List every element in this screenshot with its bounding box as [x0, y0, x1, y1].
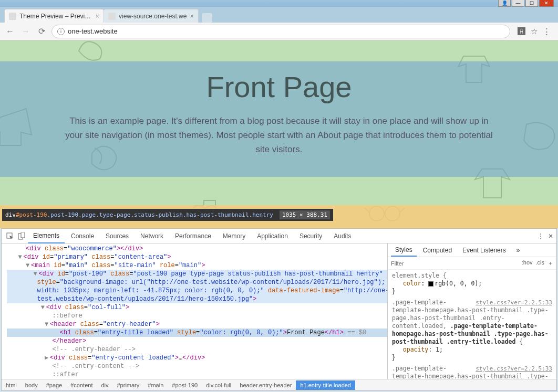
- side-tab-styles[interactable]: Styles: [391, 244, 417, 257]
- devtools-tab-audits[interactable]: Audits: [328, 229, 356, 243]
- tab-close-icon[interactable]: ×: [190, 12, 194, 20]
- elements-breadcrumb: html body #page #content div #primary #m…: [2, 379, 556, 390]
- favicon-icon: [108, 13, 116, 20]
- side-tab-more-icon[interactable]: »: [512, 245, 524, 256]
- breadcrumb-item[interactable]: #content: [66, 380, 97, 390]
- page-viewport: Front Page This is an example page. It's…: [0, 40, 558, 228]
- svg-rect-4: [21, 232, 25, 238]
- breadcrumb-item[interactable]: div: [97, 380, 112, 390]
- device-toggle-icon[interactable]: [16, 231, 27, 241]
- tooltip-dimensions: 1035 × 388.31: [280, 210, 330, 219]
- devtools-tab-console[interactable]: Console: [66, 229, 99, 243]
- devtools-tab-memory[interactable]: Memory: [218, 229, 251, 243]
- side-tab-computed[interactable]: Computed: [419, 245, 456, 256]
- devtools-tab-security[interactable]: Security: [294, 229, 327, 243]
- tab-title: Theme Preview – Preview: [19, 13, 92, 20]
- browser-tabstrip: Theme Preview – Preview × view-source:on…: [0, 7, 558, 23]
- devtools-close-icon[interactable]: ✕: [548, 232, 553, 240]
- inspect-element-icon[interactable]: [5, 231, 15, 241]
- cls-toggle[interactable]: .cls: [536, 259, 545, 267]
- side-tab-listeners[interactable]: Event Listeners: [458, 245, 510, 256]
- breadcrumb-item[interactable]: div.col-full: [202, 380, 235, 390]
- devtools-tab-sources[interactable]: Sources: [100, 229, 134, 243]
- devtools-menu-icon[interactable]: ⋮: [538, 232, 544, 240]
- element-tooltip: div#post-190.post-190.page.type-page.sta…: [2, 209, 333, 221]
- url-text: one-test.website: [68, 27, 118, 35]
- devtools-tabbar: Elements Console Sources Network Perform…: [2, 229, 556, 243]
- devtools-tab-elements[interactable]: Elements: [28, 229, 65, 243]
- styles-sidebar: Styles Computed Event Listeners » :hov .…: [387, 243, 556, 379]
- minimize-button[interactable]: —: [512, 0, 524, 7]
- close-button[interactable]: ✕: [539, 0, 554, 7]
- breadcrumb-item[interactable]: #post-190: [168, 380, 202, 390]
- browser-tab-active[interactable]: Theme Preview – Preview ×: [4, 9, 104, 23]
- devtools-tab-network[interactable]: Network: [135, 229, 169, 243]
- source-link[interactable]: style.css?ver=2.2.5:33: [476, 365, 552, 373]
- breadcrumb-item[interactable]: #primary: [113, 380, 144, 390]
- styles-pane[interactable]: element.style { color: rgb(0, 0, 0); } s…: [388, 270, 556, 379]
- add-rule-icon[interactable]: ＋: [547, 259, 553, 267]
- breadcrumb-item[interactable]: html: [2, 380, 21, 390]
- breadcrumb-item[interactable]: #main: [143, 380, 168, 390]
- window-titlebar: 👤 — ☐ ✕: [0, 0, 558, 7]
- breadcrumb-item-selected[interactable]: h1.entry-title.loaded: [296, 380, 355, 390]
- breadcrumb-item[interactable]: body: [21, 380, 42, 390]
- browser-toolbar: ← → ⟳ i one-test.website 🅰 ☆ ⋮: [0, 23, 558, 40]
- devtools-panel: Elements Console Sources Network Perform…: [1, 228, 557, 391]
- tab-close-icon[interactable]: ×: [95, 12, 99, 20]
- forward-button[interactable]: →: [20, 26, 32, 37]
- translate-icon[interactable]: 🅰: [518, 27, 525, 36]
- page-title: Front Page: [0, 70, 558, 104]
- devtools-tab-performance[interactable]: Performance: [170, 229, 216, 243]
- user-icon[interactable]: 👤: [498, 0, 511, 7]
- new-tab-button[interactable]: [202, 13, 212, 23]
- elements-tree[interactable]: <div class="woocommerce"></div> ▼<div id…: [2, 243, 387, 379]
- site-info-icon[interactable]: i: [57, 28, 65, 35]
- tab-title: view-source:one-test.we: [119, 13, 187, 20]
- breadcrumb-item[interactable]: #page: [42, 380, 67, 390]
- source-link[interactable]: style.css?ver=2.2.5:33: [476, 299, 552, 306]
- page-description: This is an example page. It's different …: [63, 114, 495, 157]
- hov-toggle[interactable]: :hov: [522, 259, 533, 267]
- reload-button[interactable]: ⟳: [36, 26, 47, 37]
- maximize-button[interactable]: ☐: [525, 0, 538, 7]
- back-button[interactable]: ←: [4, 26, 16, 37]
- breadcrumb-item[interactable]: header.entry-header: [235, 380, 296, 390]
- devtools-tab-application[interactable]: Application: [252, 229, 293, 243]
- address-bar[interactable]: i one-test.website: [51, 25, 510, 38]
- star-icon[interactable]: ☆: [531, 27, 538, 36]
- browser-tab-inactive[interactable]: view-source:one-test.we ×: [104, 9, 199, 23]
- styles-filter-input[interactable]: [391, 260, 522, 267]
- menu-icon[interactable]: ⋮: [543, 27, 551, 36]
- favicon-icon: [9, 13, 16, 20]
